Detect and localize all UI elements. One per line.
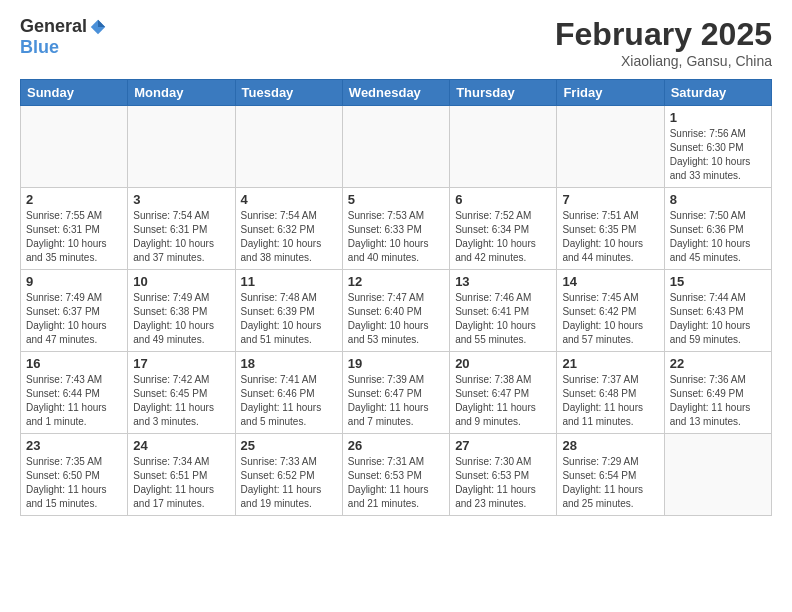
day-number: 5	[348, 192, 444, 207]
day-number: 23	[26, 438, 122, 453]
calendar-cell: 8Sunrise: 7:50 AM Sunset: 6:36 PM Daylig…	[664, 188, 771, 270]
calendar-cell: 25Sunrise: 7:33 AM Sunset: 6:52 PM Dayli…	[235, 434, 342, 516]
col-friday: Friday	[557, 80, 664, 106]
day-info: Sunrise: 7:51 AM Sunset: 6:35 PM Dayligh…	[562, 209, 658, 265]
calendar-cell: 24Sunrise: 7:34 AM Sunset: 6:51 PM Dayli…	[128, 434, 235, 516]
day-number: 15	[670, 274, 766, 289]
day-info: Sunrise: 7:31 AM Sunset: 6:53 PM Dayligh…	[348, 455, 444, 511]
day-info: Sunrise: 7:56 AM Sunset: 6:30 PM Dayligh…	[670, 127, 766, 183]
calendar-cell	[21, 106, 128, 188]
day-info: Sunrise: 7:54 AM Sunset: 6:32 PM Dayligh…	[241, 209, 337, 265]
calendar-cell: 20Sunrise: 7:38 AM Sunset: 6:47 PM Dayli…	[450, 352, 557, 434]
title-block: February 2025 Xiaoliang, Gansu, China	[555, 16, 772, 69]
day-number: 3	[133, 192, 229, 207]
day-info: Sunrise: 7:43 AM Sunset: 6:44 PM Dayligh…	[26, 373, 122, 429]
day-number: 18	[241, 356, 337, 371]
day-number: 7	[562, 192, 658, 207]
day-info: Sunrise: 7:33 AM Sunset: 6:52 PM Dayligh…	[241, 455, 337, 511]
day-info: Sunrise: 7:47 AM Sunset: 6:40 PM Dayligh…	[348, 291, 444, 347]
svg-marker-1	[98, 19, 105, 26]
calendar-cell: 13Sunrise: 7:46 AM Sunset: 6:41 PM Dayli…	[450, 270, 557, 352]
calendar-week-row-3: 16Sunrise: 7:43 AM Sunset: 6:44 PM Dayli…	[21, 352, 772, 434]
calendar-cell: 6Sunrise: 7:52 AM Sunset: 6:34 PM Daylig…	[450, 188, 557, 270]
col-monday: Monday	[128, 80, 235, 106]
day-info: Sunrise: 7:42 AM Sunset: 6:45 PM Dayligh…	[133, 373, 229, 429]
day-number: 6	[455, 192, 551, 207]
calendar-cell: 2Sunrise: 7:55 AM Sunset: 6:31 PM Daylig…	[21, 188, 128, 270]
day-number: 8	[670, 192, 766, 207]
day-number: 9	[26, 274, 122, 289]
day-number: 27	[455, 438, 551, 453]
day-number: 16	[26, 356, 122, 371]
day-number: 19	[348, 356, 444, 371]
day-info: Sunrise: 7:30 AM Sunset: 6:53 PM Dayligh…	[455, 455, 551, 511]
day-info: Sunrise: 7:29 AM Sunset: 6:54 PM Dayligh…	[562, 455, 658, 511]
day-info: Sunrise: 7:54 AM Sunset: 6:31 PM Dayligh…	[133, 209, 229, 265]
calendar-cell: 3Sunrise: 7:54 AM Sunset: 6:31 PM Daylig…	[128, 188, 235, 270]
calendar-cell: 11Sunrise: 7:48 AM Sunset: 6:39 PM Dayli…	[235, 270, 342, 352]
calendar-cell	[128, 106, 235, 188]
day-number: 25	[241, 438, 337, 453]
day-info: Sunrise: 7:35 AM Sunset: 6:50 PM Dayligh…	[26, 455, 122, 511]
calendar-cell: 5Sunrise: 7:53 AM Sunset: 6:33 PM Daylig…	[342, 188, 449, 270]
day-info: Sunrise: 7:49 AM Sunset: 6:38 PM Dayligh…	[133, 291, 229, 347]
day-number: 12	[348, 274, 444, 289]
calendar-cell: 21Sunrise: 7:37 AM Sunset: 6:48 PM Dayli…	[557, 352, 664, 434]
calendar-cell: 18Sunrise: 7:41 AM Sunset: 6:46 PM Dayli…	[235, 352, 342, 434]
calendar-cell: 27Sunrise: 7:30 AM Sunset: 6:53 PM Dayli…	[450, 434, 557, 516]
day-number: 21	[562, 356, 658, 371]
page-container: General Blue February 2025 Xiaoliang, Ga…	[0, 0, 792, 526]
calendar-cell	[342, 106, 449, 188]
calendar-cell: 9Sunrise: 7:49 AM Sunset: 6:37 PM Daylig…	[21, 270, 128, 352]
calendar-cell: 15Sunrise: 7:44 AM Sunset: 6:43 PM Dayli…	[664, 270, 771, 352]
day-number: 17	[133, 356, 229, 371]
day-info: Sunrise: 7:46 AM Sunset: 6:41 PM Dayligh…	[455, 291, 551, 347]
day-info: Sunrise: 7:38 AM Sunset: 6:47 PM Dayligh…	[455, 373, 551, 429]
calendar-week-row-1: 2Sunrise: 7:55 AM Sunset: 6:31 PM Daylig…	[21, 188, 772, 270]
day-number: 4	[241, 192, 337, 207]
col-saturday: Saturday	[664, 80, 771, 106]
calendar-cell: 28Sunrise: 7:29 AM Sunset: 6:54 PM Dayli…	[557, 434, 664, 516]
day-number: 1	[670, 110, 766, 125]
calendar-week-row-4: 23Sunrise: 7:35 AM Sunset: 6:50 PM Dayli…	[21, 434, 772, 516]
header: General Blue February 2025 Xiaoliang, Ga…	[20, 16, 772, 69]
logo: General Blue	[20, 16, 107, 58]
calendar-table: Sunday Monday Tuesday Wednesday Thursday…	[20, 79, 772, 516]
calendar-cell: 17Sunrise: 7:42 AM Sunset: 6:45 PM Dayli…	[128, 352, 235, 434]
calendar-cell: 1Sunrise: 7:56 AM Sunset: 6:30 PM Daylig…	[664, 106, 771, 188]
day-info: Sunrise: 7:39 AM Sunset: 6:47 PM Dayligh…	[348, 373, 444, 429]
logo-blue-text: Blue	[20, 37, 59, 58]
day-number: 10	[133, 274, 229, 289]
calendar-cell: 23Sunrise: 7:35 AM Sunset: 6:50 PM Dayli…	[21, 434, 128, 516]
day-number: 26	[348, 438, 444, 453]
day-number: 28	[562, 438, 658, 453]
calendar-week-row-2: 9Sunrise: 7:49 AM Sunset: 6:37 PM Daylig…	[21, 270, 772, 352]
day-info: Sunrise: 7:50 AM Sunset: 6:36 PM Dayligh…	[670, 209, 766, 265]
logo-icon	[89, 18, 107, 36]
day-info: Sunrise: 7:48 AM Sunset: 6:39 PM Dayligh…	[241, 291, 337, 347]
col-sunday: Sunday	[21, 80, 128, 106]
calendar-cell: 26Sunrise: 7:31 AM Sunset: 6:53 PM Dayli…	[342, 434, 449, 516]
calendar-cell	[235, 106, 342, 188]
day-number: 24	[133, 438, 229, 453]
day-info: Sunrise: 7:36 AM Sunset: 6:49 PM Dayligh…	[670, 373, 766, 429]
logo-general-text: General	[20, 16, 87, 37]
day-info: Sunrise: 7:53 AM Sunset: 6:33 PM Dayligh…	[348, 209, 444, 265]
day-number: 20	[455, 356, 551, 371]
month-title: February 2025	[555, 16, 772, 53]
calendar-cell: 22Sunrise: 7:36 AM Sunset: 6:49 PM Dayli…	[664, 352, 771, 434]
calendar-week-row-0: 1Sunrise: 7:56 AM Sunset: 6:30 PM Daylig…	[21, 106, 772, 188]
day-number: 14	[562, 274, 658, 289]
calendar-cell: 4Sunrise: 7:54 AM Sunset: 6:32 PM Daylig…	[235, 188, 342, 270]
col-tuesday: Tuesday	[235, 80, 342, 106]
day-info: Sunrise: 7:55 AM Sunset: 6:31 PM Dayligh…	[26, 209, 122, 265]
location-subtitle: Xiaoliang, Gansu, China	[555, 53, 772, 69]
day-number: 11	[241, 274, 337, 289]
calendar-cell	[664, 434, 771, 516]
calendar-cell	[557, 106, 664, 188]
calendar-cell: 14Sunrise: 7:45 AM Sunset: 6:42 PM Dayli…	[557, 270, 664, 352]
calendar-cell	[450, 106, 557, 188]
calendar-header-row: Sunday Monday Tuesday Wednesday Thursday…	[21, 80, 772, 106]
day-info: Sunrise: 7:41 AM Sunset: 6:46 PM Dayligh…	[241, 373, 337, 429]
calendar-cell: 12Sunrise: 7:47 AM Sunset: 6:40 PM Dayli…	[342, 270, 449, 352]
